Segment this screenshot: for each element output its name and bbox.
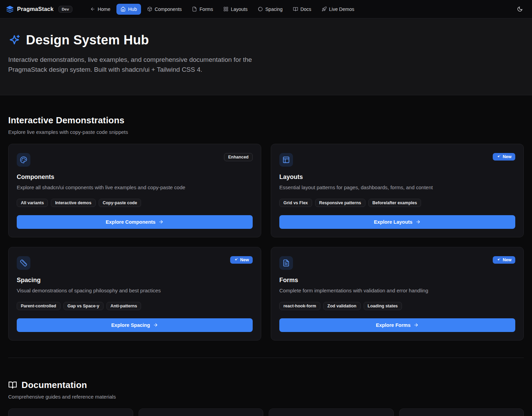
env-badge: Dev (58, 6, 72, 13)
nav-item-layouts[interactable]: Layouts (219, 4, 252, 15)
new-badge: New (230, 256, 253, 264)
tag-row: Grid vs Flex Responsive patterns Before/… (279, 199, 515, 207)
layers-logo-icon (6, 5, 14, 13)
card-title: Forms (279, 277, 515, 284)
card-description: Visual demonstrations of spacing philoso… (17, 287, 253, 294)
nav-item-home[interactable]: Home (86, 4, 114, 15)
doc-card-complete-documentation[interactable]: Complete Documentation Full design syste… (139, 408, 264, 416)
tag-row: All variants Interactive demos Copy-past… (17, 199, 253, 207)
nav-item-components[interactable]: Components (143, 4, 186, 15)
tag-row: Parent-controlled Gap vs Space-y Anti-pa… (17, 302, 253, 310)
card-title: Components (17, 174, 253, 181)
card-description: Explore all shadcn/ui components with li… (17, 184, 253, 191)
file-icon (192, 6, 197, 12)
layout-panels-icon (279, 153, 293, 167)
main-content: Interactive Demonstrations Explore live … (0, 115, 532, 416)
brand[interactable]: PragmaStack Dev (6, 5, 72, 13)
tag: Zod validation (323, 302, 361, 310)
card-title: Spacing (17, 277, 253, 284)
tag-row: react-hook-form Zod validation Loading s… (279, 302, 515, 310)
arrow-right-icon (416, 219, 421, 224)
top-navbar: PragmaStack Dev Home Hub Components Fo (0, 0, 532, 18)
card-title: Layouts (279, 174, 515, 181)
section-divider (8, 358, 524, 358)
tag: Gap vs Space-y (64, 302, 103, 310)
new-badge: New (493, 256, 515, 264)
arrow-right-icon (153, 322, 158, 328)
theme-toggle-button[interactable] (514, 3, 526, 15)
tag: Before/after examples (368, 199, 421, 207)
home-icon (121, 6, 126, 12)
nav-item-forms[interactable]: Forms (188, 4, 217, 15)
demo-card-layouts[interactable]: New Layouts Essential layout patterns fo… (271, 144, 524, 237)
tag: Grid vs Flex (279, 199, 312, 207)
card-description: Essential layout patterns for pages, das… (279, 184, 515, 191)
arrow-right-icon (414, 322, 419, 328)
explore-components-button[interactable]: Explore Components (17, 215, 253, 229)
doc-card-quick-start[interactable]: Quick Start 5-minute crash course (8, 408, 133, 416)
sparkle-icon (234, 258, 238, 262)
sparkle-icon (496, 155, 501, 159)
page-subtitle: Interactive demonstrations, live example… (8, 55, 263, 74)
demo-card-spacing[interactable]: New Spacing Visual demonstrations of spa… (8, 247, 261, 341)
demo-card-forms[interactable]: New Forms Complete form implementations … (271, 247, 524, 341)
doc-card-grid: Quick Start 5-minute crash course Comple… (8, 408, 524, 416)
hero-section: Design System Hub Interactive demonstrat… (0, 18, 532, 95)
demos-section-title: Interactive Demonstrations (8, 115, 524, 126)
docs-section-subtitle: Comprehensive guides and reference mater… (8, 394, 524, 400)
explore-spacing-button[interactable]: Explore Spacing (17, 318, 253, 332)
moon-icon (517, 6, 523, 12)
nav-item-hub[interactable]: Hub (116, 4, 141, 15)
spacing-icon (258, 6, 263, 12)
tag: Loading states (364, 302, 402, 310)
explore-forms-button[interactable]: Explore Forms (279, 318, 515, 332)
nav-item-spacing[interactable]: Spacing (254, 4, 287, 15)
book-icon (293, 6, 298, 12)
palette-icon (17, 153, 30, 167)
new-badge: New (493, 153, 515, 161)
tag: react-hook-form (279, 302, 320, 310)
doc-card-ai-guidelines[interactable]: AI Guidelines Rules for AI code generati… (269, 408, 394, 416)
demo-card-components[interactable]: Enhanced Components Explore all shadcn/u… (8, 144, 261, 237)
tag: Parent-controlled (17, 302, 60, 310)
tag: Responsive patterns (315, 199, 365, 207)
arrow-right-icon (158, 219, 164, 224)
tag: All variants (17, 199, 48, 207)
docs-section-title: Documentation (22, 380, 87, 390)
page-title: Design System Hub (26, 33, 149, 47)
box-icon (147, 6, 152, 12)
sparkle-icon (496, 258, 501, 262)
explore-layouts-button[interactable]: Explore Layouts (279, 215, 515, 229)
file-text-icon (279, 256, 293, 270)
sparkles-icon (8, 34, 20, 46)
nav-item-live-demos[interactable]: Live Demos (318, 4, 359, 15)
nav-items: Home Hub Components Forms Layouts (86, 4, 359, 15)
book-open-icon (8, 380, 17, 389)
enhanced-badge: Enhanced (224, 153, 253, 161)
ruler-icon (17, 256, 30, 270)
demo-card-grid: Enhanced Components Explore all shadcn/u… (8, 144, 524, 341)
demos-section-subtitle: Explore live examples with copy-paste co… (8, 129, 524, 135)
doc-card-quick-reference[interactable]: Quick Reference Cheat sheet for lookups (399, 408, 524, 416)
layout-grid-icon (223, 6, 228, 12)
tag: Copy-paste code (99, 199, 141, 207)
rocket-icon (322, 6, 327, 12)
arrow-left-icon (90, 6, 95, 12)
card-description: Complete form implementations with valid… (279, 287, 515, 294)
tag: Interactive demos (51, 199, 95, 207)
nav-item-docs[interactable]: Docs (289, 4, 316, 15)
tag: Anti-patterns (107, 302, 141, 310)
brand-name: PragmaStack (17, 6, 54, 12)
